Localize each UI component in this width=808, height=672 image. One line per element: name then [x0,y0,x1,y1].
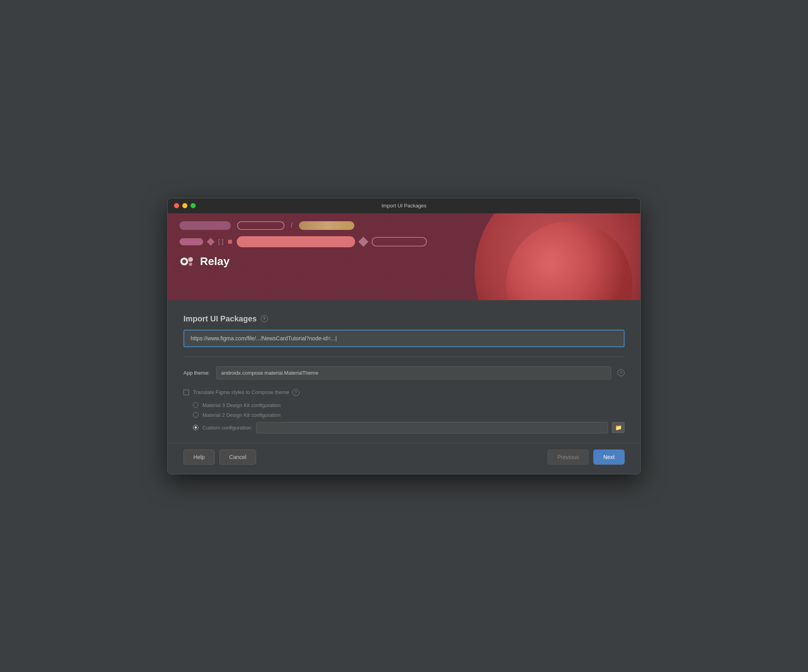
app-theme-label: App theme: [183,370,210,376]
banner-pill-gradient [299,221,354,230]
banner-diamond-small [207,238,215,246]
banner-row-1: / [180,221,628,230]
close-button[interactable] [174,203,179,208]
svg-point-2 [188,257,193,262]
dialog-window: Import UI Packages / [ ] [167,198,641,474]
divider [183,357,625,357]
cancel-button[interactable]: Cancel [219,450,256,465]
main-content: Import UI Packages ? App theme: ? Transl… [168,300,640,443]
svg-point-1 [182,259,186,263]
section-title: Import UI Packages ? [183,314,625,323]
previous-button[interactable]: Previous [548,450,589,465]
footer: Help Cancel Previous Next [168,443,640,474]
banner-square [228,240,232,244]
banner-bracket: [ ] [218,238,223,245]
folder-browse-button[interactable]: 📁 [612,422,625,433]
translate-checkbox[interactable] [183,390,189,395]
theme-help-icon[interactable]: ? [617,369,625,376]
banner-pill-small [180,238,203,245]
translate-checkbox-row: Translate Figma styles to Compose theme … [183,389,625,396]
figma-url-input[interactable] [183,330,625,347]
material3-radio-row: Material 3 Design Kit configuration [193,402,625,408]
help-button[interactable]: Help [183,450,215,465]
banner-header: / [ ] Relay [168,213,640,300]
footer-right-buttons: Previous Next [548,450,625,465]
folder-icon: 📁 [615,424,622,431]
custom-config-label: Custom configuration: [202,425,252,431]
window-title: Import UI Packages [382,203,426,209]
relay-logo-icon [180,256,195,267]
radio-group: Material 3 Design Kit configuration Mate… [193,402,625,433]
maximize-button[interactable] [191,203,196,208]
custom-config-radio[interactable] [193,425,198,430]
url-input-wrapper [183,330,625,347]
banner-pill-outline [237,221,284,230]
section-help-icon[interactable]: ? [261,315,268,322]
material2-radio[interactable] [193,412,198,418]
translate-label: Translate Figma styles to Compose theme … [193,389,299,396]
relay-logo-text: Relay [200,255,230,268]
material3-radio[interactable] [193,402,198,408]
custom-config-row: Custom configuration: 📁 [193,422,625,433]
svg-point-3 [189,263,192,266]
custom-config-input[interactable] [256,422,608,433]
banner-ui-elements: / [ ] Relay [180,221,628,268]
banner-pill-outline-small [372,237,427,246]
relay-logo: Relay [180,255,628,268]
section-title-text: Import UI Packages [183,314,257,323]
banner-row-2: [ ] [180,236,628,247]
material3-label: Material 3 Design Kit configuration [202,402,281,408]
banner-pill-coral [237,236,355,247]
banner-diamond-large [359,237,368,246]
banner-pill-purple [180,221,231,230]
title-bar: Import UI Packages [168,198,640,213]
app-theme-input[interactable] [216,366,612,379]
app-theme-row: App theme: ? [183,366,625,379]
next-button[interactable]: Next [593,450,625,465]
material2-radio-row: Material 2 Design Kit configuration [193,412,625,418]
minimize-button[interactable] [182,203,187,208]
window-controls [174,203,196,208]
banner-slash: / [291,221,293,230]
translate-help-icon[interactable]: ? [292,389,299,396]
material2-label: Material 2 Design Kit configuration [202,412,281,418]
footer-left-buttons: Help Cancel [183,450,256,465]
